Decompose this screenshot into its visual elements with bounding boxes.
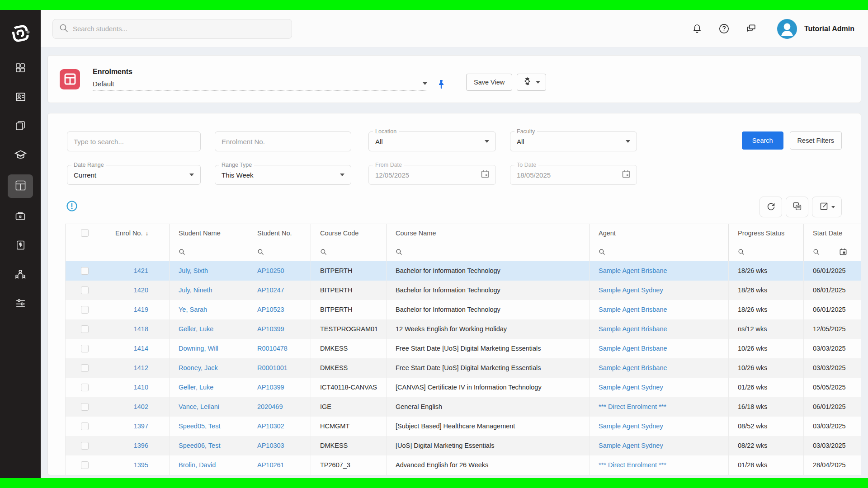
bell-icon[interactable] xyxy=(691,23,703,35)
sidebar-item-invoices[interactable] xyxy=(8,236,33,256)
agent-link[interactable]: Sample Agent Brisbane xyxy=(599,306,667,313)
search-icon[interactable] xyxy=(599,248,605,255)
row-checkbox[interactable] xyxy=(81,364,89,372)
export-button[interactable] xyxy=(812,197,842,217)
student-no-link[interactable]: R0010478 xyxy=(257,345,288,352)
col-header-start-date[interactable]: Start Date xyxy=(804,224,861,242)
student-no-link[interactable]: AP10523 xyxy=(257,306,284,313)
copy-button[interactable] xyxy=(786,197,808,217)
table-row[interactable]: 1395Brolin, DavidAP10261TP2607_3Advanced… xyxy=(66,455,861,475)
student-no-link[interactable]: AP10261 xyxy=(257,461,284,469)
sidebar-item-courses[interactable] xyxy=(8,145,33,165)
student-name-link[interactable]: Ye, Sarah xyxy=(179,306,207,313)
global-search[interactable] xyxy=(52,19,292,39)
student-name-link[interactable]: July, Sixth xyxy=(179,267,208,274)
search-icon[interactable] xyxy=(813,248,820,256)
row-checkbox[interactable] xyxy=(81,461,89,469)
from-date-field[interactable]: From Date 12/05/2025 xyxy=(368,165,496,185)
col-header-agent[interactable]: Agent xyxy=(590,224,729,242)
date-range-select[interactable]: Date Range Current xyxy=(67,165,201,185)
student-no-link[interactable]: AP10250 xyxy=(257,267,284,274)
text-search-input[interactable] xyxy=(74,138,194,145)
student-name-link[interactable]: Brolin, David xyxy=(179,461,216,469)
refresh-button[interactable] xyxy=(760,197,782,217)
student-no-link[interactable]: AP10247 xyxy=(257,286,284,294)
location-select[interactable]: Location All xyxy=(368,131,496,151)
calendar-icon[interactable] xyxy=(820,248,847,256)
agent-link[interactable]: Sample Agent Sydney xyxy=(599,442,663,449)
sidebar-item-enrolments[interactable] xyxy=(8,174,33,198)
col-header-course-code[interactable]: Course Code xyxy=(311,224,387,242)
student-name-link[interactable]: Vance, Leilani xyxy=(179,403,219,410)
save-view-button[interactable]: Save View xyxy=(466,74,512,91)
agent-link[interactable]: Sample Agent Sydney xyxy=(599,422,663,430)
agent-link[interactable]: Sample Agent Brisbane xyxy=(599,267,667,274)
agent-link[interactable]: *** Direct Enrolment *** xyxy=(599,461,666,469)
app-logo-icon[interactable] xyxy=(9,22,32,45)
enrol-no-link[interactable]: 1395 xyxy=(134,461,148,469)
agent-link[interactable]: Sample Agent Sydney xyxy=(599,286,663,294)
table-row[interactable]: 1396Speed06, TestAP10303DMKESS[UoS] Digi… xyxy=(66,436,861,455)
search-icon[interactable] xyxy=(320,248,327,255)
search-icon[interactable] xyxy=(179,248,185,255)
view-select[interactable]: Default xyxy=(93,80,427,91)
row-checkbox[interactable] xyxy=(81,403,89,411)
enrol-no-link[interactable]: 1421 xyxy=(134,267,148,274)
enrolment-no-field[interactable] xyxy=(215,131,351,151)
table-row[interactable]: 1414Downing, WillR0010478DMKESSFree Star… xyxy=(66,339,861,358)
table-row[interactable]: 1418Geller, LukeAP10399TESTPROGRAM0112 W… xyxy=(66,319,861,339)
agent-link[interactable]: Sample Agent Sydney xyxy=(599,384,663,391)
user-menu[interactable]: Tutorial Admin xyxy=(777,19,854,39)
student-name-link[interactable]: July, Nineth xyxy=(179,286,212,294)
search-icon[interactable] xyxy=(257,248,264,255)
row-checkbox[interactable] xyxy=(81,422,89,430)
student-no-link[interactable]: AP10303 xyxy=(257,442,284,449)
sidebar-item-documents[interactable] xyxy=(8,117,33,136)
avatar[interactable] xyxy=(777,19,797,39)
student-no-link[interactable]: AP10302 xyxy=(257,422,284,430)
range-type-select[interactable]: Range Type This Week xyxy=(215,165,351,185)
col-header-course-name[interactable]: Course Name xyxy=(387,224,590,242)
enrol-no-link[interactable]: 1420 xyxy=(134,286,148,294)
row-checkbox[interactable] xyxy=(81,306,89,314)
info-icon[interactable] xyxy=(66,200,78,214)
student-name-link[interactable]: Downing, Will xyxy=(179,345,218,352)
row-checkbox[interactable] xyxy=(81,442,89,450)
agent-link[interactable]: Sample Agent Brisbane xyxy=(599,345,667,352)
help-icon[interactable] xyxy=(718,23,730,35)
student-no-link[interactable]: AP10399 xyxy=(257,325,284,333)
search-button[interactable]: Search xyxy=(742,131,783,150)
enrol-no-link[interactable]: 1419 xyxy=(134,306,148,313)
enrol-no-link[interactable]: 1410 xyxy=(134,384,148,391)
row-checkbox[interactable] xyxy=(81,345,89,352)
sidebar-item-contacts[interactable] xyxy=(8,88,33,108)
table-row[interactable]: 1420July, NinethAP10247BITPERTHBachelor … xyxy=(66,281,861,300)
enrol-no-link[interactable]: 1418 xyxy=(134,325,148,333)
global-search-input[interactable] xyxy=(73,25,285,33)
to-date-field[interactable]: To Date 18/05/2025 xyxy=(510,165,637,185)
table-row[interactable]: 1412Rooney, JackR0001001DMKESSFree Start… xyxy=(66,358,861,378)
row-checkbox[interactable] xyxy=(81,286,89,294)
agent-link[interactable]: *** Direct Enrolment *** xyxy=(599,403,666,410)
faculty-select[interactable]: Faculty All xyxy=(510,131,637,151)
student-name-link[interactable]: Geller, Luke xyxy=(179,384,213,391)
search-icon[interactable] xyxy=(396,248,402,255)
student-name-link[interactable]: Speed06, Test xyxy=(179,442,220,449)
agent-link[interactable]: Sample Agent Brisbane xyxy=(599,364,667,371)
pin-icon[interactable] xyxy=(437,79,445,91)
col-header-student-name[interactable]: Student Name xyxy=(170,224,248,242)
student-no-link[interactable]: AP10399 xyxy=(257,384,284,391)
enrolment-no-input[interactable] xyxy=(222,138,344,145)
student-no-link[interactable]: R0001001 xyxy=(257,364,288,371)
agent-link[interactable]: Sample Agent Brisbane xyxy=(599,325,667,333)
select-all-checkbox[interactable] xyxy=(81,229,89,237)
student-name-link[interactable]: Geller, Luke xyxy=(179,325,213,333)
col-header-student-no[interactable]: Student No. xyxy=(248,224,311,242)
sidebar-item-agents[interactable] xyxy=(8,265,33,285)
enrol-no-link[interactable]: 1397 xyxy=(134,422,148,430)
text-search-field[interactable] xyxy=(67,131,201,151)
enrol-no-link[interactable]: 1402 xyxy=(134,403,148,410)
student-no-link[interactable]: 2020469 xyxy=(257,403,283,410)
row-checkbox[interactable] xyxy=(81,267,89,275)
col-header-enrol-no[interactable]: Enrol No.↓ xyxy=(106,224,170,242)
